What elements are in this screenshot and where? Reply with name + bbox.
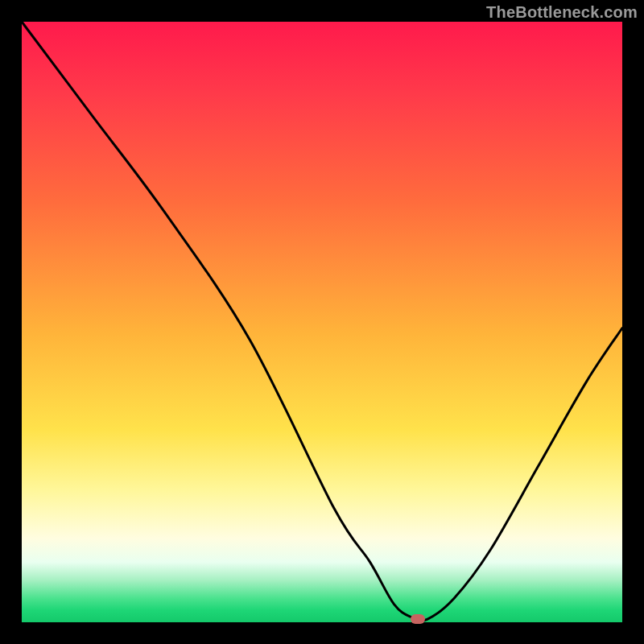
curve-minimum-marker xyxy=(411,614,425,624)
chart-frame: TheBottleneck.com xyxy=(0,0,644,644)
bottleneck-curve xyxy=(22,22,622,622)
curve-path xyxy=(22,22,622,621)
plot-area xyxy=(22,22,622,622)
watermark-text: TheBottleneck.com xyxy=(486,3,638,22)
